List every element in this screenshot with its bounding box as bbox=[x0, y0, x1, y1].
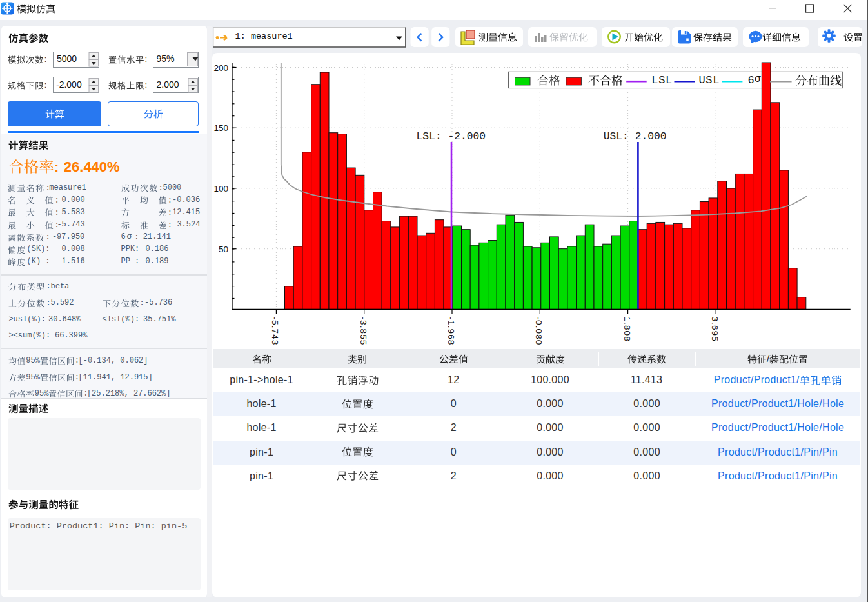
svg-text:50: 50 bbox=[219, 245, 228, 254]
svg-text:3.695: 3.695 bbox=[710, 317, 720, 342]
svg-text:1.808: 1.808 bbox=[622, 317, 632, 342]
svg-text:-3.855: -3.855 bbox=[359, 317, 368, 346]
svg-text:-0.080: -0.080 bbox=[534, 317, 544, 346]
svg-text:150: 150 bbox=[213, 123, 228, 133]
svg-text:100: 100 bbox=[213, 184, 228, 194]
svg-text:-1.968: -1.968 bbox=[446, 317, 456, 346]
svg-text:200: 200 bbox=[213, 63, 228, 73]
svg-text:-5.743: -5.743 bbox=[270, 317, 280, 346]
